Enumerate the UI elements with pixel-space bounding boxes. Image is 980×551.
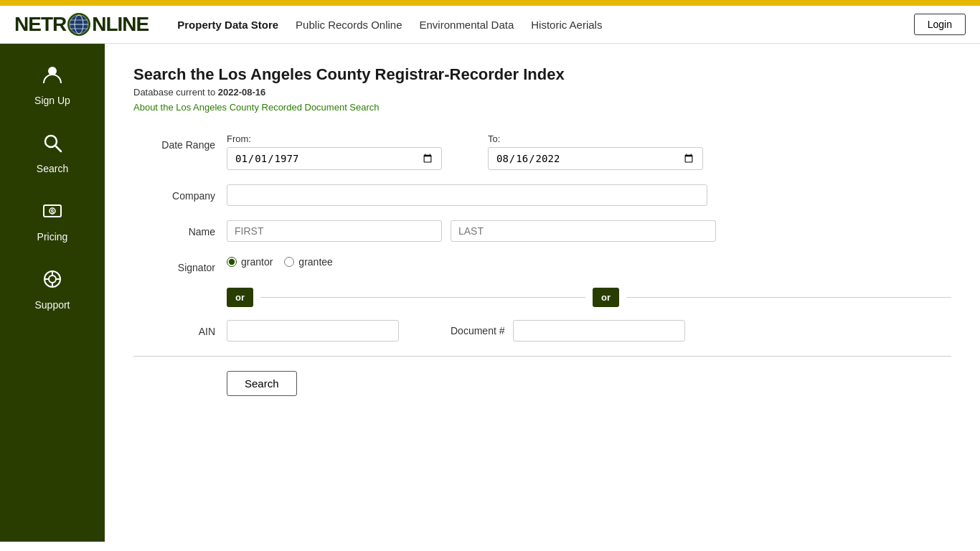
- grantor-radio[interactable]: [227, 257, 237, 267]
- to-date-input[interactable]: [488, 147, 703, 170]
- from-date-group: From:: [227, 133, 442, 170]
- nav-property-data-store[interactable]: Property Data Store: [177, 19, 278, 31]
- grantee-radio[interactable]: [284, 257, 294, 267]
- or-line-2: [626, 297, 951, 298]
- header: NETR NLINE Property Data Store Public Re…: [0, 6, 980, 44]
- grantor-label: grantor: [241, 256, 273, 268]
- name-controls: [227, 220, 951, 242]
- db-current: Database current to 2022-08-16: [133, 87, 951, 98]
- sidebar-item-signup-label: Sign Up: [34, 95, 70, 106]
- to-date-group: To:: [488, 133, 703, 170]
- document-label: Document #: [407, 325, 504, 336]
- company-input[interactable]: [227, 184, 707, 206]
- sidebar-item-signup[interactable]: Sign Up: [0, 51, 105, 119]
- svg-point-12: [49, 276, 56, 283]
- nav-environmental-data[interactable]: Environmental Data: [420, 19, 514, 31]
- date-range-row: Date Range From: To:: [133, 133, 951, 170]
- login-button[interactable]: Login: [914, 14, 966, 35]
- svg-line-7: [55, 146, 61, 151]
- logo[interactable]: NETR NLINE: [14, 13, 149, 36]
- ain-input[interactable]: [227, 320, 399, 342]
- company-row: Company: [133, 184, 951, 206]
- logo-text-right: NLINE: [92, 13, 149, 36]
- sidebar-item-support[interactable]: Support: [0, 255, 105, 324]
- dollar-icon: $: [42, 200, 63, 227]
- or-row-1: or or: [133, 288, 951, 307]
- layout: Sign Up Search $ Pricing: [0, 44, 980, 542]
- form-divider: [133, 356, 951, 357]
- grantee-radio-label[interactable]: grantee: [284, 256, 332, 268]
- signator-label: Signator: [133, 256, 227, 273]
- db-date: 2022-08-16: [218, 87, 266, 98]
- document-input[interactable]: [513, 320, 685, 342]
- sidebar-item-search-label: Search: [37, 163, 68, 174]
- gold-bar: [0, 0, 980, 6]
- main-content: Search the Los Angeles County Registrar-…: [105, 44, 980, 542]
- or-button-2[interactable]: or: [593, 288, 619, 307]
- search-button[interactable]: Search: [227, 371, 297, 396]
- signator-row: Signator grantor grantee: [133, 256, 951, 273]
- sidebar-item-pricing-label: Pricing: [37, 231, 68, 242]
- or-button-1[interactable]: or: [227, 288, 253, 307]
- grantor-radio-label[interactable]: grantor: [227, 256, 273, 268]
- logo-globe: [67, 13, 90, 36]
- ain-doc-row: AIN Document #: [133, 320, 951, 342]
- company-label: Company: [133, 184, 227, 202]
- first-name-input[interactable]: [227, 220, 442, 242]
- person-icon: [42, 64, 63, 90]
- logo-text-left: NETR: [14, 13, 66, 36]
- sidebar: Sign Up Search $ Pricing: [0, 44, 105, 542]
- from-label: From:: [227, 133, 442, 144]
- lifebuoy-icon: [42, 268, 63, 295]
- ain-label: AIN: [133, 320, 227, 337]
- sidebar-item-pricing[interactable]: $ Pricing: [0, 187, 105, 255]
- sidebar-item-search[interactable]: Search: [0, 119, 105, 187]
- last-name-input[interactable]: [451, 220, 716, 242]
- nav: Property Data Store Public Records Onlin…: [177, 14, 966, 35]
- date-range-controls: From: To:: [227, 133, 951, 170]
- page-title: Search the Los Angeles County Registrar-…: [133, 65, 951, 84]
- svg-text:$: $: [51, 208, 55, 215]
- search-icon: [42, 132, 63, 159]
- search-form: Date Range From: To: Company: [133, 133, 951, 396]
- nav-public-records-online[interactable]: Public Records Online: [296, 19, 402, 31]
- date-range-label: Date Range: [133, 133, 227, 151]
- from-date-input[interactable]: [227, 147, 442, 170]
- to-label: To:: [488, 133, 703, 144]
- name-label: Name: [133, 220, 227, 237]
- ain-doc-controls: Document #: [227, 320, 951, 342]
- name-row: Name: [133, 220, 951, 242]
- sidebar-item-support-label: Support: [34, 299, 70, 311]
- about-link[interactable]: About the Los Angeles County Recorded Do…: [133, 102, 380, 113]
- or-line-1: [260, 297, 585, 298]
- nav-historic-aerials[interactable]: Historic Aerials: [531, 19, 602, 31]
- grantee-label: grantee: [298, 256, 332, 268]
- signator-controls: grantor grantee: [227, 256, 333, 268]
